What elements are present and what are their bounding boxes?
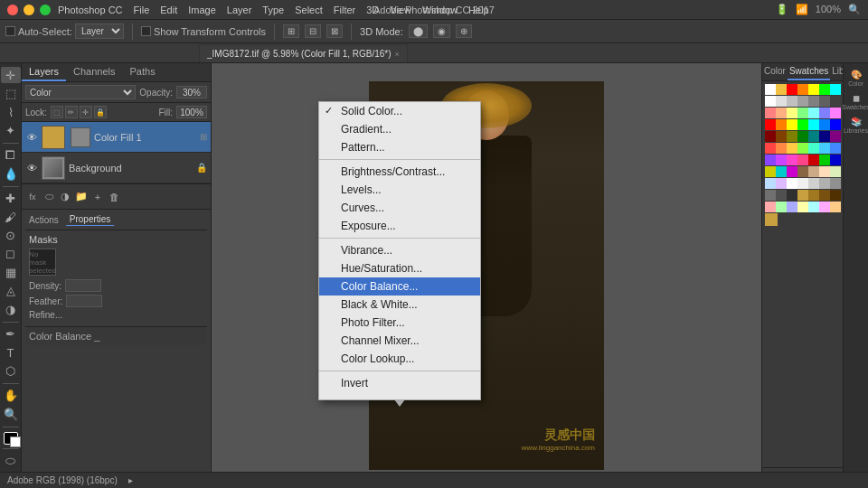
healing-tool[interactable]: ✚ bbox=[1, 190, 21, 206]
menu-item-image[interactable]: Image bbox=[188, 5, 216, 15]
hand-tool[interactable]: ✋ bbox=[1, 388, 21, 404]
swatch-3-2[interactable] bbox=[787, 119, 797, 130]
search-icon[interactable]: 🔍 bbox=[848, 4, 861, 15]
adjustment-btn[interactable]: ◑ bbox=[58, 190, 72, 204]
transform-controls-option[interactable]: Show Transform Controls bbox=[141, 26, 266, 37]
swatch-10-6[interactable] bbox=[830, 202, 841, 212]
foreground-color[interactable] bbox=[4, 432, 18, 445]
swatch-1-1[interactable] bbox=[776, 96, 787, 107]
tab-layers[interactable]: Layers bbox=[22, 63, 66, 81]
right-libraries-btn[interactable]: 📚 Libraries bbox=[845, 114, 867, 136]
swatch-10-2[interactable] bbox=[787, 202, 797, 212]
density-input[interactable] bbox=[65, 279, 101, 292]
swatch-1-5[interactable] bbox=[819, 96, 830, 107]
auto-select-option[interactable]: Auto-Select: Layer Group bbox=[5, 23, 124, 39]
menu-color-balance[interactable]: Color Balance... bbox=[319, 277, 480, 296]
menu-vibrance[interactable]: Vibrance... bbox=[319, 241, 480, 259]
swatch-3-0[interactable] bbox=[765, 119, 776, 130]
swatch-brown[interactable] bbox=[819, 190, 830, 201]
layer-item-background[interactable]: 👁 Background 🔒 bbox=[22, 153, 211, 183]
menu-item-select[interactable]: Select bbox=[295, 5, 323, 15]
swatch-5-4[interactable] bbox=[808, 143, 819, 154]
tab-paths[interactable]: Paths bbox=[123, 63, 163, 81]
swatch-7-1[interactable] bbox=[776, 166, 787, 177]
menu-solid-color[interactable]: Solid Color... bbox=[319, 102, 480, 120]
auto-select-checkbox[interactable] bbox=[5, 26, 15, 36]
menu-channel-mixer[interactable]: Channel Mixer... bbox=[319, 332, 480, 350]
swatch-1-2[interactable] bbox=[787, 96, 797, 107]
minimize-button[interactable] bbox=[24, 5, 34, 15]
document-tab-close[interactable]: × bbox=[395, 50, 400, 59]
swatch-3-3[interactable] bbox=[797, 119, 808, 130]
menu-item-file[interactable]: File bbox=[134, 5, 150, 15]
menu-photo-filter[interactable]: Photo Filter... bbox=[319, 314, 480, 332]
swatch-1-6[interactable] bbox=[830, 96, 841, 107]
move-tool[interactable]: ✛ bbox=[1, 67, 21, 83]
quick-mask-btn[interactable]: ⬭ bbox=[1, 453, 21, 469]
swatch-dark-gold[interactable] bbox=[808, 190, 819, 201]
swatch-7-5[interactable] bbox=[819, 166, 830, 177]
swatch-yellow[interactable] bbox=[776, 84, 787, 95]
tab-channels[interactable]: Channels bbox=[66, 63, 122, 81]
color-balance-bar[interactable]: Color Balance _ bbox=[25, 326, 207, 345]
layer-visibility-2[interactable]: 👁 bbox=[25, 162, 38, 174]
swatch-green[interactable] bbox=[819, 84, 830, 95]
menu-brightness-contrast[interactable]: Brightness/Contrast... bbox=[319, 163, 480, 181]
menu-hue-saturation[interactable]: Hue/Saturation... bbox=[319, 259, 480, 277]
menu-item-photoshop[interactable]: Photoshop CC bbox=[58, 5, 123, 15]
swatch-7-4[interactable] bbox=[808, 166, 819, 177]
swatch-6-1[interactable] bbox=[776, 155, 787, 165]
shape-tool[interactable]: ⬡ bbox=[1, 362, 21, 379]
swatch-5-1[interactable] bbox=[776, 143, 787, 154]
status-arrow[interactable]: ▸ bbox=[128, 475, 133, 485]
swatch-gold[interactable] bbox=[797, 190, 808, 201]
blur-tool[interactable]: ◬ bbox=[1, 283, 21, 299]
swatch-6-5[interactable] bbox=[819, 155, 830, 165]
right-swatches-btn[interactable]: ◼ Swatches bbox=[845, 90, 867, 112]
new-layer-btn[interactable]: + bbox=[90, 190, 105, 204]
swatch-9-2[interactable] bbox=[787, 190, 797, 201]
swatch-3-5[interactable] bbox=[819, 119, 830, 130]
tab-swatches[interactable]: Swatches bbox=[788, 63, 830, 80]
refine-row[interactable]: Refine... bbox=[29, 310, 203, 320]
swatch-8-2[interactable] bbox=[787, 178, 797, 189]
swatch-8-1[interactable] bbox=[776, 178, 787, 189]
swatch-8-5[interactable] bbox=[819, 178, 830, 189]
swatch-2-1[interactable] bbox=[776, 108, 787, 118]
swatch-4-5[interactable] bbox=[819, 131, 830, 142]
swatch-10-1[interactable] bbox=[776, 202, 787, 212]
auto-select-dropdown[interactable]: Layer Group bbox=[75, 23, 124, 39]
swatch-9-1[interactable] bbox=[776, 190, 787, 201]
blend-mode-select[interactable]: Color Normal Multiply bbox=[25, 85, 136, 99]
swatch-6-2[interactable] bbox=[787, 155, 797, 165]
swatch-6-3[interactable] bbox=[797, 155, 808, 165]
opacity-input[interactable] bbox=[176, 86, 207, 99]
swatch-7-3[interactable] bbox=[797, 166, 808, 177]
swatch-7-0[interactable] bbox=[765, 166, 776, 177]
swatch-1-3[interactable] bbox=[797, 96, 808, 107]
brush-tool[interactable]: 🖌 bbox=[1, 209, 21, 225]
add-mask-btn[interactable]: ⬭ bbox=[42, 190, 56, 204]
swatch-2-2[interactable] bbox=[787, 108, 797, 118]
menu-item-layer[interactable]: Layer bbox=[227, 5, 252, 15]
swatch-5-0[interactable] bbox=[765, 143, 776, 154]
3d-pan-btn[interactable]: ⊕ bbox=[456, 24, 472, 38]
3d-mode-btn[interactable]: ⬤ bbox=[409, 24, 428, 38]
swatch-2-3[interactable] bbox=[797, 108, 808, 118]
menu-levels[interactable]: Levels... bbox=[319, 181, 480, 199]
menu-color-lookup[interactable]: Color Lookup... bbox=[319, 350, 480, 368]
menu-black-white[interactable]: Black & White... bbox=[319, 296, 480, 314]
menu-item-type[interactable]: Type bbox=[262, 5, 284, 15]
swatch-1-4[interactable] bbox=[808, 96, 819, 107]
lock-all-btn[interactable]: 🔒 bbox=[94, 106, 107, 118]
swatch-1-0[interactable] bbox=[765, 96, 776, 107]
swatch-5-5[interactable] bbox=[819, 143, 830, 154]
swatch-4-1[interactable] bbox=[776, 131, 787, 142]
tab-properties[interactable]: Properties bbox=[66, 213, 115, 226]
swatch-4-6[interactable] bbox=[830, 131, 841, 142]
document-tab[interactable]: _IMG8172.tif @ 5.98% (Color Fill 1, RGB/… bbox=[199, 44, 408, 62]
menu-item-filter[interactable]: Filter bbox=[334, 5, 355, 15]
group-btn[interactable]: 📁 bbox=[74, 190, 89, 204]
swatch-6-0[interactable] bbox=[765, 155, 776, 165]
layer-item-color-fill[interactable]: 👁 Color Fill 1 ⊞ bbox=[22, 122, 211, 153]
